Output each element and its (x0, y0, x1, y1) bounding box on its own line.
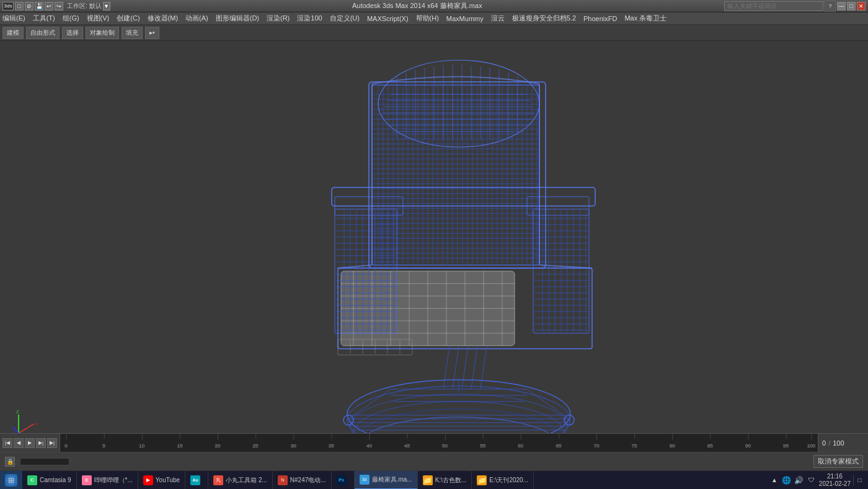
status-left: 🔒 (5, 457, 69, 467)
taskbar-photoshop[interactable]: Ps (332, 471, 355, 490)
bilibili-label: 哔哩哔哩（*... (94, 476, 133, 485)
svg-rect-215 (60, 434, 818, 452)
main-viewport[interactable]: X Z Y (0, 41, 868, 452)
camtasia-icon: C (27, 475, 37, 485)
taskbar-n247[interactable]: N N#247电动... (273, 471, 332, 490)
cancel-mode-btn[interactable]: 取消专家模式 (813, 455, 863, 468)
youtube-icon: ▶ (143, 475, 153, 485)
systray-network[interactable]: 🌐 (782, 475, 792, 485)
toolbar-tab-populate[interactable]: 填充 (122, 27, 143, 39)
menu-item-a[interactable]: 动画(A) (185, 14, 208, 23)
title-bar: 3ds □ ⊘ 💾 ↩ ↪ 工作区: 默认 ▼ Autodesk 3ds Max… (0, 0, 868, 12)
menu-item-max[interactable]: Max 杀毒卫士 (624, 14, 666, 23)
frame-separator: / (828, 439, 830, 447)
bilibili-icon: B (82, 475, 92, 485)
taskbar-marutools[interactable]: 丸 小丸工具箱 2... (208, 471, 273, 490)
search-input[interactable] (724, 1, 823, 11)
open-btn[interactable]: ⊘ (25, 2, 33, 11)
chair-viewport (0, 41, 868, 452)
redo-btn[interactable]: ↪ (55, 2, 63, 11)
svg-text:45: 45 (404, 443, 410, 449)
taskbar-3dsmax[interactable]: 3d 藤椅家具.ma... (355, 471, 418, 490)
timeline-track[interactable]: 0 5 10 15 20 25 30 35 40 45 50 55 60 65 … (60, 434, 818, 452)
menu-item-c[interactable]: 创建(C) (117, 14, 140, 23)
taskbar-folder2[interactable]: 📁 E:\天刊2020... (472, 471, 534, 490)
svg-text:Z: Z (16, 409, 19, 415)
menu-item-phoenixfd[interactable]: PhoenixFD (583, 15, 617, 22)
menu-item-r[interactable]: 渲染(R) (267, 14, 290, 23)
toolbar: 建模 自由形式 选择 对象绘制 填充 ▸• (0, 25, 868, 41)
timeline-controls: |◀ ◀ ▶ ▶| ▶| (0, 438, 60, 448)
next-frame-btn[interactable]: ▶| (47, 438, 57, 448)
max-frame: 100 (833, 439, 844, 447)
taskbar-youtube[interactable]: ▶ YouTube (138, 471, 185, 490)
prev-frame-btn[interactable]: |◀ (2, 438, 12, 448)
menu-item-[interactable]: 渲云 (491, 14, 505, 23)
svg-text:50: 50 (442, 443, 448, 449)
play-btn[interactable]: ▶ (25, 438, 35, 448)
toolbar-tab-selection[interactable]: 选择 (62, 27, 83, 39)
folder2-label: E:\天刊2020... (489, 476, 528, 485)
menu-item-maxscriptx[interactable]: MAXScript(X) (367, 15, 409, 22)
next-key-btn[interactable]: ▶| (36, 438, 46, 448)
menu-item-g[interactable]: 组(G) (63, 14, 79, 23)
frame-counter: 0 / 100 (818, 439, 868, 447)
svg-text:75: 75 (632, 443, 638, 449)
menu-item-h[interactable]: 帮助(H) (416, 14, 439, 23)
taskbar-folder1[interactable]: 📁 K:\古色数... (418, 471, 472, 490)
svg-text:95: 95 (783, 443, 789, 449)
maximize-button[interactable]: □ (847, 2, 856, 11)
undo-btn[interactable]: ↩ (45, 2, 53, 11)
toolbar-tab-freeform[interactable]: 自由形式 (26, 27, 60, 39)
timeline: |◀ ◀ ▶ ▶| ▶| 0 5 10 15 20 25 30 35 40 45 (0, 433, 868, 452)
selection-lock-btn[interactable]: 🔒 (5, 457, 15, 467)
taskbar: ⊞ C Camtasia 9 B 哔哩哔哩（*... ▶ YouTube Au … (0, 470, 868, 489)
show-desktop[interactable]: □ (853, 475, 863, 485)
window-title: Autodesk 3ds Max 2014 x64 藤椅家具.max (110, 1, 724, 11)
taskbar-camtasia[interactable]: C Camtasia 9 (22, 471, 77, 490)
toolbar-tab-paint[interactable]: 对象绘制 (86, 27, 119, 39)
menu-item-u[interactable]: 自定义(U) (330, 14, 360, 23)
folder1-label: K:\古色数... (435, 476, 467, 485)
save-btn[interactable]: 💾 (35, 2, 43, 11)
minimize-button[interactable]: — (837, 2, 846, 11)
title-bar-left: 3ds □ ⊘ 💾 ↩ ↪ 工作区: 默认 ▼ (2, 2, 110, 11)
3dsmax-icon: 3d (360, 475, 370, 485)
menu-item-m[interactable]: 修改器(M) (148, 14, 179, 23)
svg-text:40: 40 (366, 443, 373, 449)
toolbar-extra[interactable]: ▸• (145, 27, 159, 39)
systray-antivirus[interactable]: 🛡 (807, 475, 817, 485)
menu-item-v[interactable]: 视图(V) (87, 14, 110, 23)
workspace-label: 工作区: 默认 (67, 2, 102, 11)
menu-item-maxmummy[interactable]: MaxMummy (446, 15, 484, 22)
menu-item-[interactable]: 渲染100 (297, 14, 322, 23)
camtasia-label: Camtasia 9 (40, 477, 71, 483)
menu-item-[interactable]: 极速瘦身安全归档5.2 (512, 14, 576, 23)
help-icon[interactable]: ? (825, 1, 836, 12)
marutools-icon: 丸 (213, 475, 223, 485)
svg-line-209 (19, 424, 34, 433)
taskbar-audition[interactable]: Au (185, 471, 208, 490)
workspace-dropdown[interactable]: ▼ (103, 2, 110, 11)
menu-item-t[interactable]: 工具(T) (33, 14, 55, 23)
start-button[interactable]: ⊞ (0, 471, 22, 490)
systray-expand[interactable]: ▲ (769, 475, 779, 485)
taskbar-right: ▲ 🌐 🔊 🛡 21:16 2021-02-27 □ (764, 473, 868, 488)
close-button[interactable]: ✕ (857, 2, 866, 11)
clock-date: 2021-02-27 (819, 480, 851, 488)
taskbar-bilibili[interactable]: B 哔哩哔哩（*... (77, 471, 138, 490)
systray-volume[interactable]: 🔊 (794, 475, 804, 485)
svg-text:85: 85 (707, 443, 714, 449)
svg-text:15: 15 (177, 443, 183, 449)
app-menu-button[interactable]: 3ds (2, 2, 14, 11)
new-btn[interactable]: □ (15, 2, 24, 11)
menu-item-e[interactable]: 编辑(E) (2, 14, 25, 23)
clock[interactable]: 21:16 2021-02-27 (819, 473, 851, 488)
marutools-label: 小丸工具箱 2... (226, 476, 267, 485)
clock-time: 21:16 (819, 473, 851, 480)
prev-key-btn[interactable]: ◀ (14, 438, 24, 448)
toolbar-tab-modeling[interactable]: 建模 (2, 27, 24, 39)
svg-text:65: 65 (556, 443, 562, 449)
menu-item-d[interactable]: 图形编辑器(D) (216, 14, 259, 23)
current-frame: 0 (822, 439, 826, 447)
